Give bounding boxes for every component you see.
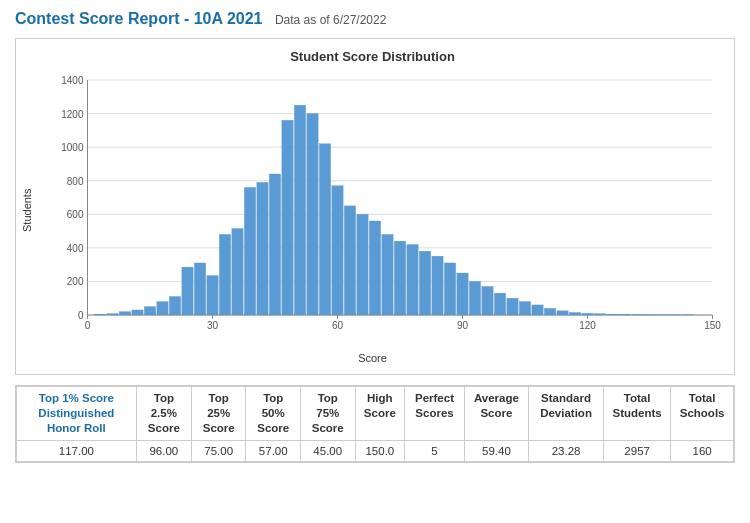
svg-rect-59 xyxy=(457,273,468,315)
svg-rect-68 xyxy=(569,312,580,315)
score-table: Top 1% Score Distinguished Honor RollTop… xyxy=(16,386,734,462)
y-axis-label: Students xyxy=(21,70,37,350)
svg-text:1400: 1400 xyxy=(61,75,84,86)
svg-rect-38 xyxy=(194,263,205,315)
svg-rect-37 xyxy=(182,267,193,315)
col-header-6: Perfect Scores xyxy=(405,387,465,441)
svg-rect-41 xyxy=(232,229,243,315)
svg-text:1000: 1000 xyxy=(61,142,84,153)
svg-rect-45 xyxy=(282,120,293,315)
chart-svg-wrapper: 02004006008001000120014000306090120150 xyxy=(41,70,724,350)
col-header-3: Top 50% Score xyxy=(246,387,301,441)
svg-rect-51 xyxy=(357,214,368,315)
svg-rect-66 xyxy=(544,308,555,315)
svg-rect-73 xyxy=(632,314,643,315)
svg-rect-44 xyxy=(269,174,280,315)
col-value-2: 75.00 xyxy=(191,440,246,461)
svg-rect-71 xyxy=(607,314,618,315)
svg-rect-42 xyxy=(244,187,255,315)
svg-rect-63 xyxy=(507,298,518,315)
svg-rect-69 xyxy=(582,313,593,315)
col-header-1: Top 2.5% Score xyxy=(136,387,191,441)
table-header-row: Top 1% Score Distinguished Honor RollTop… xyxy=(17,387,734,441)
col-value-10: 160 xyxy=(671,440,734,461)
col-header-8: Standard Deviation xyxy=(528,387,603,441)
col-value-7: 59.40 xyxy=(464,440,528,461)
svg-rect-57 xyxy=(432,256,443,315)
svg-rect-33 xyxy=(132,310,143,315)
svg-text:120: 120 xyxy=(579,320,596,331)
chart-title: Student Score Distribution xyxy=(21,49,724,64)
x-axis-label: Score xyxy=(21,352,724,364)
col-header-9: Total Students xyxy=(604,387,671,441)
svg-text:800: 800 xyxy=(67,176,84,187)
col-header-0: Top 1% Score Distinguished Honor Roll xyxy=(17,387,137,441)
svg-text:0: 0 xyxy=(78,310,84,321)
svg-rect-47 xyxy=(307,114,318,315)
svg-rect-58 xyxy=(444,263,455,315)
svg-text:400: 400 xyxy=(67,243,84,254)
svg-rect-48 xyxy=(319,144,330,315)
col-value-6: 5 xyxy=(405,440,465,461)
svg-rect-52 xyxy=(369,221,380,315)
bar-chart-svg: 02004006008001000120014000306090120150 xyxy=(41,70,724,350)
col-header-2: Top 25% Score xyxy=(191,387,246,441)
svg-text:150: 150 xyxy=(704,320,721,331)
chart-area: Students 0200400600800100012001400030609… xyxy=(21,70,724,350)
svg-rect-34 xyxy=(144,307,155,315)
col-value-1: 96.00 xyxy=(136,440,191,461)
col-header-7: Average Score xyxy=(464,387,528,441)
score-table-container: Top 1% Score Distinguished Honor RollTop… xyxy=(15,385,735,463)
svg-rect-64 xyxy=(519,302,530,315)
svg-rect-60 xyxy=(469,281,480,315)
svg-rect-40 xyxy=(219,234,230,315)
col-header-10: Total Schools xyxy=(671,387,734,441)
svg-rect-72 xyxy=(619,314,630,315)
svg-rect-31 xyxy=(107,314,118,315)
svg-rect-43 xyxy=(257,182,268,315)
svg-rect-61 xyxy=(482,286,493,315)
svg-rect-35 xyxy=(157,302,168,315)
svg-text:90: 90 xyxy=(457,320,469,331)
date-label: Data as of 6/27/2022 xyxy=(275,13,386,27)
page-title: Contest Score Report - 10A 2021 Data as … xyxy=(15,10,735,28)
svg-rect-32 xyxy=(119,312,130,315)
col-value-8: 23.28 xyxy=(528,440,603,461)
svg-rect-53 xyxy=(382,234,393,315)
svg-rect-65 xyxy=(532,305,543,315)
svg-text:200: 200 xyxy=(67,276,84,287)
svg-rect-62 xyxy=(494,293,505,315)
col-value-5: 150.0 xyxy=(355,440,405,461)
col-value-3: 57.00 xyxy=(246,440,301,461)
svg-text:60: 60 xyxy=(332,320,344,331)
svg-rect-67 xyxy=(557,311,568,315)
svg-text:30: 30 xyxy=(207,320,219,331)
svg-text:1200: 1200 xyxy=(61,109,84,120)
svg-rect-39 xyxy=(207,276,218,315)
svg-rect-30 xyxy=(94,314,105,315)
svg-rect-36 xyxy=(169,297,180,315)
svg-rect-50 xyxy=(344,206,355,315)
svg-text:0: 0 xyxy=(85,320,91,331)
svg-rect-70 xyxy=(594,314,605,315)
svg-rect-54 xyxy=(394,241,405,315)
col-value-9: 2957 xyxy=(604,440,671,461)
table-value-row: 117.0096.0075.0057.0045.00150.0559.4023.… xyxy=(17,440,734,461)
col-value-0: 117.00 xyxy=(17,440,137,461)
col-value-4: 45.00 xyxy=(301,440,356,461)
chart-container: Student Score Distribution Students 0200… xyxy=(15,38,735,375)
col-header-4: Top 75% Score xyxy=(301,387,356,441)
svg-rect-49 xyxy=(332,186,343,315)
svg-rect-46 xyxy=(294,105,305,315)
title-text: Contest Score Report - 10A 2021 xyxy=(15,10,262,27)
svg-rect-55 xyxy=(407,245,418,316)
col-header-5: High Score xyxy=(355,387,405,441)
svg-text:600: 600 xyxy=(67,209,84,220)
svg-rect-56 xyxy=(419,251,430,315)
